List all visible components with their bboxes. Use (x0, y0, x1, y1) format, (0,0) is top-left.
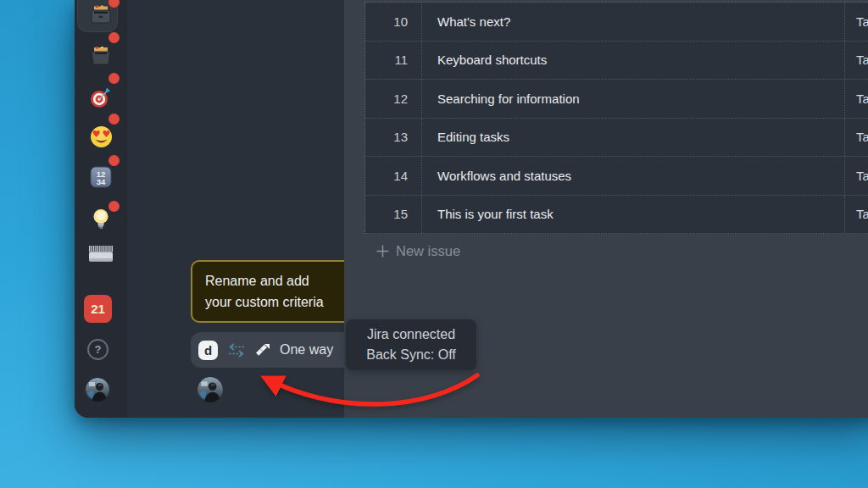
table-row[interactable]: 12 Searching for information Ta (365, 80, 868, 119)
svg-text:♥: ♥ (102, 129, 110, 140)
row-tag: Ta (845, 119, 868, 157)
sidebar-item-spiral-notepad[interactable] (75, 245, 127, 263)
table-row[interactable]: 10 What's next? Ta (365, 3, 868, 42)
row-number: 12 (365, 80, 422, 118)
row-tag: Ta (845, 42, 868, 80)
row-number: 15 (365, 196, 422, 234)
sidebar-rail: ♥ ♥ 12 34 (75, 0, 127, 418)
notification-dot (108, 155, 120, 166)
tooltip-line: Jira connected (367, 324, 455, 345)
question-mark-icon: ? (95, 343, 102, 356)
sidebar-item-heart-eyes[interactable]: ♥ ♥ (75, 125, 127, 148)
new-issue-label: New issue (396, 243, 460, 259)
sidebar-item-card-index-dividers[interactable] (75, 45, 127, 65)
row-title: Editing tasks (422, 119, 845, 157)
card-file-box-icon (89, 3, 113, 25)
d-app-logo-icon: d (198, 341, 218, 360)
heart-eyes-icon: ♥ ♥ (90, 125, 113, 148)
row-title: Searching for information (422, 80, 845, 118)
table-row[interactable]: 15 This is your first task Ta (365, 196, 868, 235)
app-window: ♥ ♥ 12 34 (75, 0, 868, 418)
avatar-photo-icon (86, 378, 109, 402)
row-tag: Ta (845, 80, 868, 118)
issue-table: 10 What's next? Ta 11 Keyboard shortcuts… (364, 2, 868, 234)
row-number: 11 (365, 42, 422, 80)
row-title: Workflows and statuses (422, 157, 845, 195)
sidebar-item-dart-target[interactable] (75, 86, 127, 109)
row-number: 10 (365, 3, 422, 41)
table-row[interactable]: 14 Workflows and statuses Ta (365, 157, 868, 196)
row-number: 14 (365, 157, 422, 195)
light-bulb-icon (91, 208, 111, 231)
notification-dot (108, 73, 120, 84)
sidebar-item-date-badge[interactable]: 21 (84, 295, 112, 323)
badge-count: 21 (91, 302, 105, 316)
notification-dot (108, 201, 120, 212)
sync-mode-label: One way (280, 342, 333, 358)
tooltip-line: Back Sync: Off (366, 345, 456, 365)
svg-text:♥: ♥ (92, 129, 100, 140)
list-panel: Rename and add your custom criteria d (127, 0, 344, 418)
main-content: 10 What's next? Ta 11 Keyboard shortcuts… (344, 0, 868, 418)
sidebar-item-card-file-box[interactable] (75, 3, 127, 25)
jira-logo-icon (255, 342, 270, 358)
notification-dot (108, 114, 120, 125)
avatar-photo-icon (198, 377, 223, 402)
sidebar-item-input-numbers[interactable]: 12 34 (75, 166, 127, 188)
row-tag: Ta (845, 196, 868, 234)
plus-icon (376, 245, 389, 258)
spiral-notepad-icon (88, 245, 114, 263)
row-title: This is your first task (422, 196, 845, 234)
two-way-sync-icon (227, 343, 246, 358)
row-title: What's next? (422, 3, 845, 41)
row-number: 13 (365, 119, 422, 157)
assignee-avatar[interactable] (198, 377, 223, 402)
input-numbers-icon: 12 34 (90, 166, 112, 188)
dart-target-icon (89, 86, 113, 109)
user-avatar[interactable] (86, 378, 109, 402)
table-row[interactable]: 11 Keyboard shortcuts Ta (365, 42, 868, 80)
help-button[interactable]: ? (87, 339, 108, 360)
new-issue-button[interactable]: New issue (376, 243, 460, 259)
desktop-background: ♥ ♥ 12 34 (0, 0, 868, 488)
sidebar-item-light-bulb[interactable] (75, 208, 127, 231)
card-index-dividers-icon (90, 45, 112, 65)
jira-connected-tooltip: Jira connected Back Sync: Off (346, 319, 476, 370)
row-tag: Ta (845, 3, 868, 41)
row-title: Keyboard shortcuts (422, 42, 845, 80)
notification-dot (108, 32, 120, 43)
svg-text:34: 34 (97, 177, 106, 186)
table-row[interactable]: 13 Editing tasks Ta (365, 119, 868, 158)
row-tag: Ta (845, 157, 868, 195)
